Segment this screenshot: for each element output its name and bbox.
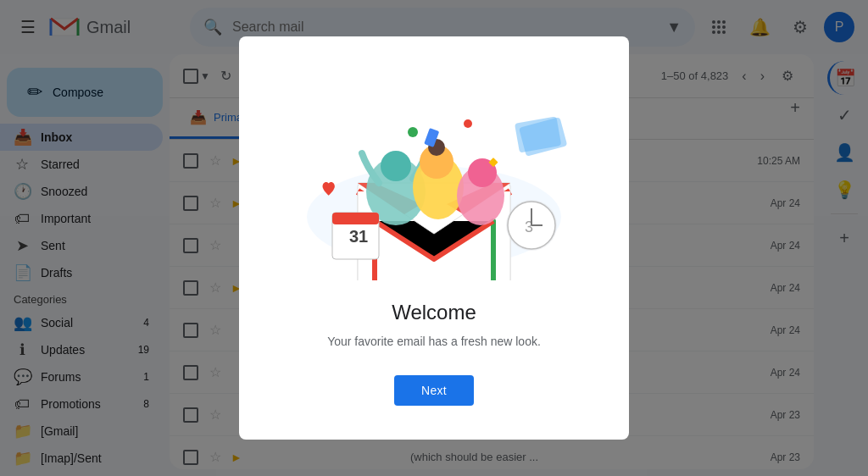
svg-text:31: 31: [349, 227, 368, 246]
welcome-modal: 3 31 Welcome Your favorite email has a f…: [239, 36, 629, 440]
gmail-welcome-illustration: 3 31: [281, 77, 587, 280]
modal-illustration: 3 31: [281, 77, 587, 280]
next-button[interactable]: Next: [394, 375, 474, 406]
modal-overlay[interactable]: 3 31 Welcome Your favorite email has a f…: [0, 0, 868, 476]
svg-point-13: [381, 151, 411, 181]
svg-point-32: [464, 119, 472, 128]
modal-title: Welcome: [392, 301, 476, 324]
modal-subtitle: Your favorite email has a fresh new look…: [327, 335, 541, 348]
svg-rect-28: [332, 213, 379, 224]
svg-point-31: [408, 127, 418, 137]
